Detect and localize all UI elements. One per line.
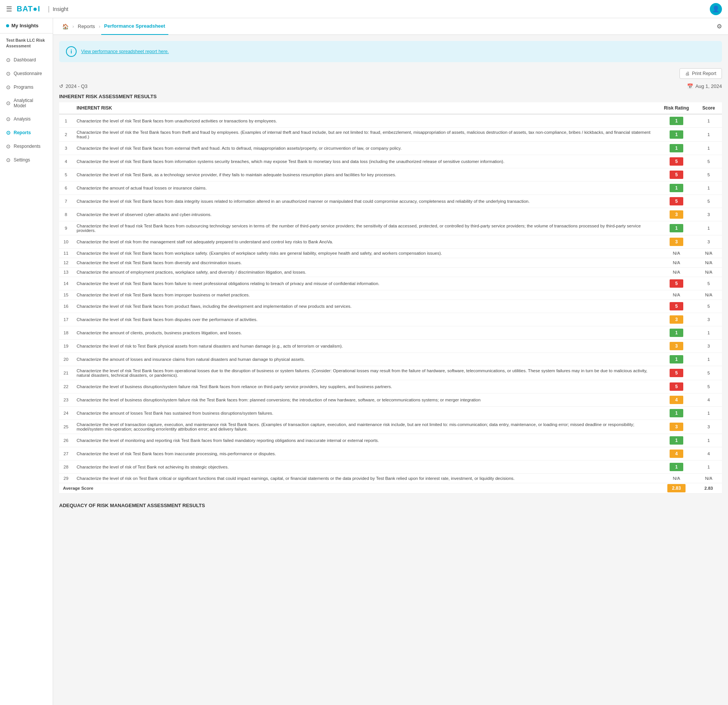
row-rating: N/A <box>657 268 695 277</box>
row-score: 1 <box>695 353 722 366</box>
row-rating: 4 <box>657 393 695 407</box>
row-rating: 1 <box>657 461 695 474</box>
row-rating: 1 <box>657 114 695 128</box>
risk-badge: 1 <box>670 409 683 417</box>
risk-badge: 3 <box>670 210 683 219</box>
row-rating: N/A <box>657 474 695 483</box>
row-score: 1 <box>695 434 722 447</box>
sidebar-item-questionnaire[interactable]: ⊙ Questionnaire <box>0 67 53 80</box>
sidebar: My Insights Test Bank LLC Risk Assessmen… <box>0 18 53 705</box>
user-avatar[interactable]: 👤 <box>710 3 722 15</box>
sidebar-item-respondents[interactable]: ⊙ Respondents <box>0 139 53 153</box>
table-row: 15 Characterize the level of risk Test B… <box>59 290 722 300</box>
sidebar-item-settings[interactable]: ⊙ Settings <box>0 153 53 167</box>
print-label: Print Report <box>692 71 716 76</box>
sidebar-item-analysis[interactable]: ⊙ Analysis <box>0 112 53 126</box>
sidebar-item-my-insights[interactable]: My Insights <box>0 18 53 33</box>
info-banner-link[interactable]: View performance spreadsheet report here… <box>81 49 169 54</box>
row-desc: Characterize the amount of clients, prod… <box>73 326 657 340</box>
col-risk-rating: Risk Rating <box>657 102 695 114</box>
sidebar-item-label: Analysis <box>14 116 31 122</box>
row-desc: Characterize the level of risk Test Bank… <box>73 290 657 300</box>
breadcrumb-settings-icon[interactable]: ⚙ <box>717 23 722 30</box>
topbar: ☰ BAT●I | Insight 👤 <box>0 0 728 18</box>
sidebar-item-label: Programs <box>14 85 33 90</box>
table-row: 16 Characterize the level of risk Test B… <box>59 300 722 313</box>
row-rating: 3 <box>657 340 695 353</box>
row-num: 28 <box>59 461 73 474</box>
table-row: 21 Characterize the level of risk Test B… <box>59 366 722 380</box>
risk-na: N/A <box>673 476 680 481</box>
table-row: 2 Characterize the level of risk the Tes… <box>59 128 722 142</box>
avg-badge-cell: 2.83 <box>657 483 695 494</box>
print-report-button[interactable]: 🖨 Print Report <box>679 68 722 79</box>
menu-icon[interactable]: ☰ <box>6 5 12 13</box>
risk-na: N/A <box>673 293 680 297</box>
row-rating: 1 <box>657 353 695 366</box>
breadcrumb-reports[interactable]: Reports <box>75 18 98 35</box>
row-score: N/A <box>695 258 722 268</box>
sidebar-item-dashboard[interactable]: ⊙ Dashboard <box>0 53 53 67</box>
table-row: 13 Characterize the amount of employment… <box>59 268 722 277</box>
sidebar-item-label: Respondents <box>14 144 41 149</box>
reports-icon: ⊙ <box>6 130 11 136</box>
risk-badge: 1 <box>670 184 683 192</box>
breadcrumb-performance-spreadsheet[interactable]: Performance Spreadsheet <box>101 18 168 35</box>
table-row: 27 Characterize the level of risk Test B… <box>59 447 722 461</box>
settings-icon: ⊙ <box>6 157 11 163</box>
table-row: 25 Characterize the level of transaction… <box>59 420 722 434</box>
row-score: 1 <box>695 461 722 474</box>
row-desc: Characterize the amount of employment pr… <box>73 268 657 277</box>
row-num: 5 <box>59 168 73 182</box>
risk-badge: 1 <box>670 224 683 232</box>
programs-icon: ⊙ <box>6 84 11 90</box>
my-insights-dot <box>6 24 9 27</box>
table-row: 3 Characterize the level of risk Test Ba… <box>59 142 722 155</box>
topbar-divider: | <box>48 5 50 13</box>
row-desc: Characterize the level of monitoring and… <box>73 434 657 447</box>
analytical-model-icon: ⊙ <box>6 100 11 106</box>
table-row: 8 Characterize the level of observed cyb… <box>59 208 722 221</box>
row-rating: N/A <box>657 290 695 300</box>
row-score: N/A <box>695 268 722 277</box>
row-desc: Characterize the level of risk on Test B… <box>73 474 657 483</box>
row-desc: Characterize the level of risk to Test B… <box>73 340 657 353</box>
row-score: 5 <box>695 277 722 290</box>
sidebar-item-programs[interactable]: ⊙ Programs <box>0 80 53 94</box>
table-row: 11 Characterize the level of risk Test B… <box>59 249 722 258</box>
row-desc: Characterize the level of risk Test Bank… <box>73 313 657 326</box>
row-score: 1 <box>695 182 722 195</box>
row-rating: 5 <box>657 155 695 168</box>
calendar-icon: 📅 <box>687 83 693 89</box>
row-score: N/A <box>695 474 722 483</box>
row-rating: 3 <box>657 420 695 434</box>
risk-badge: 1 <box>670 436 683 445</box>
row-desc: Characterize the level of risk Test Bank… <box>73 155 657 168</box>
row-num: 1 <box>59 114 73 128</box>
sidebar-item-reports[interactable]: ⊙ Reports <box>0 126 53 139</box>
table-row: 22 Characterize the level of business di… <box>59 380 722 393</box>
row-rating: 1 <box>657 182 695 195</box>
row-desc: Characterize the level of risk Test Bank… <box>73 300 657 313</box>
dashboard-icon: ⊙ <box>6 57 11 63</box>
row-rating: 3 <box>657 313 695 326</box>
row-rating: 5 <box>657 277 695 290</box>
sidebar-item-analytical-model[interactable]: ⊙ Analytical Model <box>0 94 53 112</box>
row-rating: 1 <box>657 142 695 155</box>
risk-badge: 1 <box>670 329 683 337</box>
breadcrumb-home[interactable]: 🏠 <box>59 18 72 35</box>
risk-badge: 3 <box>670 315 683 324</box>
info-icon: i <box>66 46 77 57</box>
row-desc: Characterize the level of business disru… <box>73 393 657 407</box>
risk-na: N/A <box>673 260 680 265</box>
row-rating: N/A <box>657 258 695 268</box>
period-row: ↺ 2024 - Q3 📅 Aug 1, 2024 <box>59 83 722 89</box>
row-num: 11 <box>59 249 73 258</box>
row-num: 29 <box>59 474 73 483</box>
breadcrumb-spreadsheet-label: Performance Spreadsheet <box>104 23 165 29</box>
row-num: 21 <box>59 366 73 380</box>
main-layout: My Insights Test Bank LLC Risk Assessmen… <box>0 18 728 705</box>
risk-na: N/A <box>673 270 680 274</box>
period-icon: ↺ <box>59 83 63 89</box>
row-num: 22 <box>59 380 73 393</box>
